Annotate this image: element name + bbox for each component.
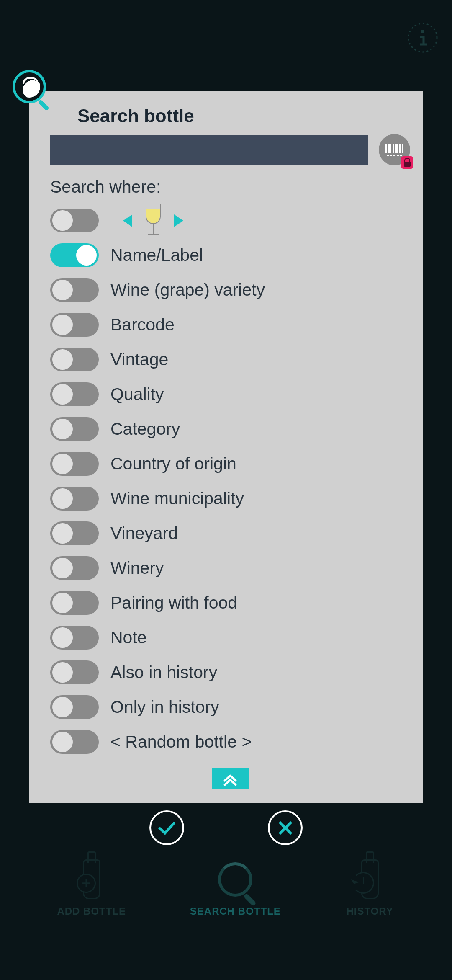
nav-label: ADD BOTTLE [57, 905, 126, 917]
toggle-label: Wine (grape) variety [110, 280, 265, 300]
toggle-switch[interactable] [50, 278, 99, 302]
toggle-label: Also in history [110, 663, 217, 682]
lock-icon [401, 156, 413, 169]
toggle-switch[interactable] [50, 556, 99, 580]
wine-next-button[interactable] [174, 214, 183, 227]
toggle-row: Pairing with food [50, 587, 410, 619]
toggle-switch[interactable] [50, 626, 99, 650]
wine-prev-button[interactable] [123, 214, 132, 227]
bottom-nav: + ADD BOTTLE SEARCH BOTTLE HISTORY [0, 857, 452, 917]
toggle-switch[interactable] [50, 452, 99, 476]
wine-type-selector [123, 204, 183, 237]
barcode-scan-button[interactable] [379, 134, 410, 165]
toggle-label: Vintage [110, 350, 168, 369]
nav-history[interactable]: HISTORY [345, 857, 395, 917]
modal-title: Search bottle [77, 106, 410, 126]
toggle-label: Note [110, 628, 147, 647]
toggle-switch[interactable] [50, 417, 99, 441]
toggle-switch[interactable] [50, 487, 99, 511]
toggle-row: Also in history [50, 656, 410, 689]
close-icon [277, 820, 294, 836]
toggle-label: Winery [110, 558, 164, 578]
history-icon [352, 872, 374, 894]
toggle-switch[interactable] [50, 243, 99, 267]
nav-search-bottle[interactable]: SEARCH BOTTLE [190, 857, 281, 917]
svg-point-1 [421, 30, 424, 33]
section-label: Search where: [50, 177, 410, 197]
toggle-switch[interactable] [50, 591, 99, 615]
wine-glass-icon [145, 204, 162, 237]
toggle-row: Barcode [50, 309, 410, 341]
search-icon [218, 862, 252, 897]
toggle-label: Quality [110, 384, 164, 404]
toggle-row: Note [50, 622, 410, 654]
action-row [0, 810, 452, 845]
toggle-switch[interactable] [50, 348, 99, 371]
toggle-label: Category [110, 419, 180, 439]
check-icon [158, 817, 176, 835]
toggle-switch[interactable] [50, 521, 99, 545]
toggle-row [50, 204, 410, 237]
collapse-button[interactable] [212, 768, 249, 789]
toggle-row: Wine municipality [50, 482, 410, 515]
toggle-switch[interactable] [50, 313, 99, 337]
nav-label: SEARCH BOTTLE [190, 905, 281, 917]
toggle-row: Winery [50, 552, 410, 584]
toggle-label: Vineyard [110, 524, 178, 543]
nav-add-bottle[interactable]: + ADD BOTTLE [57, 857, 126, 917]
toggle-row: Category [50, 413, 410, 445]
info-icon[interactable] [406, 21, 439, 54]
toggle-label: < Random bottle > [110, 732, 252, 752]
toggle-label: Barcode [110, 315, 175, 335]
toggle-switch[interactable] [50, 660, 99, 684]
toggle-row: Only in history [50, 691, 410, 723]
toggle-row: Quality [50, 378, 410, 410]
toggle-row: Vineyard [50, 517, 410, 549]
toggle-label: Name/Label [110, 245, 203, 265]
toggle-switch[interactable] [50, 209, 99, 232]
toggle-label: Country of origin [110, 454, 236, 474]
toggle-row: Name/Label [50, 239, 410, 271]
toggle-switch[interactable] [50, 382, 99, 406]
toggle-row: Country of origin [50, 448, 410, 480]
confirm-button[interactable] [149, 810, 184, 845]
toggle-row: < Random bottle > [50, 726, 410, 758]
search-input[interactable] [50, 135, 368, 165]
toggle-label: Wine municipality [110, 489, 244, 508]
search-bottle-modal: Search bottle Search where: Name/LabelWi… [29, 91, 423, 803]
toggle-row: Vintage [50, 343, 410, 376]
nav-label: HISTORY [346, 905, 393, 917]
cancel-button[interactable] [268, 810, 303, 845]
toggle-switch[interactable] [50, 730, 99, 754]
plus-icon: + [77, 874, 96, 893]
search-icon [13, 70, 52, 110]
toggle-row: Wine (grape) variety [50, 274, 410, 306]
toggle-switch[interactable] [50, 695, 99, 719]
toggle-label: Pairing with food [110, 593, 237, 613]
toggle-label: Only in history [110, 697, 219, 717]
